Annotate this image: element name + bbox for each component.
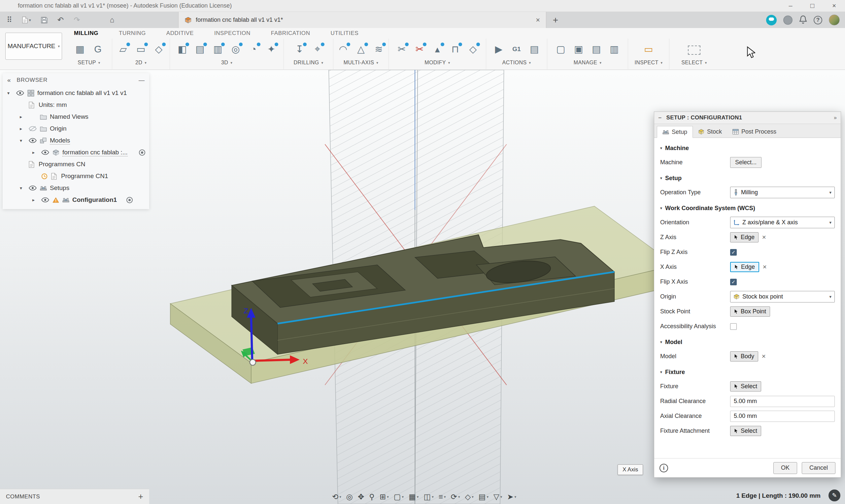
chevron-down-icon[interactable]: ▾ — [20, 138, 29, 143]
cancel-button[interactable]: Cancel — [802, 462, 835, 474]
collapse-section-icon[interactable]: − — [658, 114, 662, 121]
tree-item-setups[interactable]: ▾ Setups — [3, 182, 149, 194]
group-inspect-menu[interactable]: INSPECT▾ — [634, 60, 663, 66]
2d-pocket-icon[interactable]: ▭ — [133, 41, 148, 57]
link-icon[interactable]: ◇ — [465, 41, 480, 57]
viewports-icon[interactable]: ◫▾ — [423, 492, 434, 501]
model-body-chip[interactable]: Body — [730, 351, 758, 361]
chevron-right-icon[interactable]: ▸ — [20, 114, 29, 120]
operation-type-dropdown[interactable]: Milling ▾ — [730, 187, 835, 198]
close-button[interactable]: × — [823, 0, 845, 12]
section-header-fixture[interactable]: ▾ Fixture — [660, 365, 835, 379]
file-menu-icon[interactable]: ▾ — [22, 17, 31, 23]
tree-item-configuration1[interactable]: ▸ Configuration1 — [3, 194, 149, 206]
tab-setup[interactable]: Setup — [657, 126, 693, 138]
chevron-down-icon[interactable]: ▾ — [7, 90, 16, 96]
tree-item-model-body[interactable]: ▸ formation cnc fablab :... — [3, 146, 149, 158]
tree-item-label[interactable]: Setups — [50, 184, 69, 192]
window-selection-icon[interactable] — [688, 46, 700, 55]
home-icon[interactable]: ⌂ — [110, 16, 114, 24]
dialog-header[interactable]: − SETUP : CONFIGURATION1 » — [654, 112, 841, 124]
tab-post-process[interactable]: Post Process — [727, 126, 781, 138]
orientation-dropdown[interactable]: Z axis/plane & X axis ▾ — [730, 217, 835, 228]
tree-item-label[interactable]: Named Views — [50, 113, 88, 120]
group-actions-menu[interactable]: ACTIONS▾ — [503, 60, 531, 66]
help-icon[interactable]: ? — [814, 16, 822, 24]
adaptive-clearing-icon[interactable]: ◧ — [175, 41, 190, 57]
app-grid-icon[interactable]: ⠿ — [6, 16, 12, 24]
minimize-button[interactable]: – — [780, 0, 802, 12]
scallop-icon[interactable]: ◎ — [228, 41, 243, 57]
chevron-right-icon[interactable]: ▸ — [32, 197, 41, 202]
section-header-wcs[interactable]: ▾ Work Coordinate System (WCS) — [660, 201, 835, 215]
zoom-window-icon[interactable]: ⊞▾ — [380, 492, 389, 501]
tree-item-models[interactable]: ▾ Models — [3, 134, 149, 146]
group-modify-menu[interactable]: MODIFY▾ — [424, 60, 450, 66]
group-setup-menu[interactable]: SETUP▾ — [77, 60, 100, 66]
refresh-icon[interactable]: ⟳▾ — [451, 492, 460, 501]
eye-icon[interactable] — [29, 138, 40, 143]
2d-contour-icon[interactable]: ◇ — [151, 41, 166, 57]
2d-adaptive-icon[interactable]: ▱ — [116, 41, 131, 57]
save-icon[interactable] — [41, 17, 48, 23]
clear-icon[interactable]: ✕ — [762, 264, 767, 270]
trim-icon[interactable]: ✂ — [394, 41, 409, 57]
tree-item-label[interactable]: Models — [50, 137, 70, 144]
tree-item-named-views[interactable]: ▸ Named Views — [3, 111, 149, 123]
eye-icon[interactable] — [41, 197, 52, 202]
chevron-right-icon[interactable]: ▸ — [32, 150, 41, 155]
ok-button[interactable]: OK — [773, 462, 797, 474]
tree-item-label[interactable]: Programme CN1 — [61, 173, 108, 180]
accessibility-checkbox[interactable]: ✓ — [730, 323, 737, 330]
group-drilling-menu[interactable]: DRILLING▾ — [294, 60, 323, 66]
group-multi-axis-menu[interactable]: MULTI-AXIS▾ — [344, 60, 379, 66]
tool-library-icon[interactable]: ▣ — [571, 41, 586, 57]
x-axis-edge-chip[interactable]: Edge — [730, 262, 759, 272]
new-tab-button[interactable]: + — [546, 12, 565, 28]
tree-item-origin[interactable]: ▸ Origin — [3, 123, 149, 134]
drill-icon[interactable]: ↧ — [292, 41, 307, 57]
tab-turning[interactable]: TURNING — [119, 30, 146, 37]
look-at-icon[interactable]: ◎ — [346, 492, 353, 501]
machine-select-button[interactable]: Select... — [730, 157, 761, 168]
tree-item-programme-cn1[interactable]: Programme CN1 — [3, 170, 149, 182]
tree-item-root[interactable]: ▾ formation cnc fablab all v1 v1 v1 — [3, 87, 149, 99]
asset-library-icon[interactable]: ▥ — [607, 41, 622, 57]
fusion-team-icon[interactable] — [766, 15, 777, 25]
rotary-icon[interactable]: △ — [353, 41, 369, 57]
post-process-icon[interactable]: G1 — [509, 41, 524, 57]
tree-item-label[interactable]: Units: mm — [39, 101, 67, 109]
add-comment-icon[interactable]: + — [138, 491, 143, 502]
chevron-right-icon[interactable]: ▸ — [20, 126, 29, 131]
maximize-button[interactable]: □ — [802, 0, 823, 12]
redo-icon[interactable]: ↷ — [74, 16, 80, 24]
eye-icon[interactable] — [29, 185, 40, 191]
selection-tools-icon[interactable]: ➤▾ — [507, 492, 516, 501]
layout-icon[interactable]: ≡▾ — [439, 492, 446, 501]
morphed-spiral-icon[interactable]: ✦ — [264, 41, 279, 57]
eye-icon[interactable] — [41, 150, 52, 155]
tree-item-label[interactable]: formation cnc fablab :... — [63, 149, 128, 156]
section-header-model[interactable]: ▾ Model — [660, 335, 835, 349]
tree-item-label[interactable]: Configuration1 — [72, 196, 117, 203]
feedback-icon[interactable]: ✎ — [828, 489, 840, 501]
tab-additive[interactable]: ADDITIVE — [166, 30, 194, 37]
fixture-attachment-chip[interactable]: Select — [730, 426, 761, 436]
capture-icon[interactable]: ▤▾ — [479, 492, 489, 501]
edit-toolpath-icon[interactable]: ▴ — [430, 41, 445, 57]
group-2d-menu[interactable]: 2D▾ — [135, 60, 146, 66]
section-header-machine[interactable]: ▾ Machine — [660, 141, 835, 155]
flow-icon[interactable]: ≋ — [371, 41, 387, 57]
expand-more-icon[interactable]: » — [834, 115, 837, 121]
group-3d-menu[interactable]: 3D▾ — [221, 60, 232, 66]
measure-icon[interactable]: ▭ — [641, 41, 656, 57]
zoom-icon[interactable]: ⚲ — [369, 492, 375, 501]
info-icon[interactable]: i — [659, 464, 668, 472]
tab-inspection[interactable]: INSPECTION — [214, 30, 250, 37]
eye-icon[interactable] — [16, 90, 28, 96]
origin-dropdown[interactable]: Stock box point ▾ — [730, 291, 835, 303]
delete-passes-icon[interactable]: ✂ — [412, 41, 427, 57]
selection-target-radio[interactable] — [126, 197, 133, 203]
tab-milling[interactable]: MILLING — [74, 30, 99, 37]
minimize-panel-icon[interactable]: — — [139, 77, 145, 84]
